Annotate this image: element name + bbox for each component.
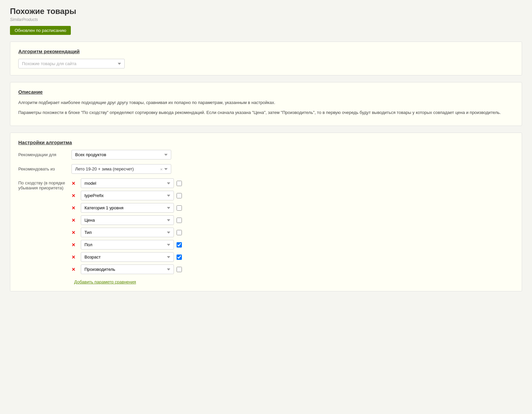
similarity-param-checkbox[interactable] [177, 242, 182, 248]
similarity-param-checkbox[interactable] [177, 218, 182, 223]
page-title: Похожие товары [10, 7, 522, 16]
recommendations-for-row: Рекомендации для Всех продуктов [18, 150, 514, 159]
description-section: Описание Алгоритм подбирает наиболее под… [10, 82, 522, 126]
settings-section: Настройки алгоритма Рекомендации для Все… [10, 133, 522, 291]
remove-param-icon[interactable]: ✕ [71, 242, 75, 248]
similarity-param-checkbox[interactable] [177, 267, 182, 272]
description-section-title: Описание [18, 89, 514, 95]
algorithm-select[interactable]: Похожие товары для сайта [18, 59, 125, 68]
similarity-row: ✕Пол [71, 240, 182, 250]
remove-param-icon[interactable]: ✕ [71, 267, 75, 272]
update-button[interactable]: Обновлен по расписанию [10, 26, 71, 35]
similarity-row: ✕typePrefix [71, 191, 182, 200]
similarity-param-select[interactable]: Тип [81, 228, 174, 237]
remove-param-icon[interactable]: ✕ [71, 218, 75, 223]
similarity-row: ✕Производитель [71, 264, 182, 274]
remove-param-icon[interactable]: ✕ [71, 230, 75, 235]
similarity-row: ✕Цена [71, 215, 182, 225]
recommend-from-select[interactable]: Лето 19-20 + зима (пересчет) [71, 164, 171, 174]
algorithm-section-title: Алгоритм рекомендаций [18, 49, 514, 54]
algorithm-section: Алгоритм рекомендаций Похожие товары для… [10, 42, 522, 75]
similarity-param-select[interactable]: typePrefix [81, 191, 174, 200]
similarity-row: ✕Категория 1 уровня [71, 203, 182, 213]
recommend-from-clear-icon[interactable]: × [160, 166, 163, 171]
similarity-block: По сходству (в порядке убывания приорите… [18, 178, 514, 274]
similarity-param-select[interactable]: Пол [81, 240, 174, 250]
remove-param-icon[interactable]: ✕ [71, 205, 75, 211]
similarity-rows: ✕model✕typePrefix✕Категория 1 уровня✕Цен… [71, 178, 182, 274]
similarity-param-select[interactable]: Возраст [81, 252, 174, 262]
remove-param-icon[interactable]: ✕ [71, 193, 75, 198]
remove-param-icon[interactable]: ✕ [71, 255, 75, 260]
similarity-row: ✕Возраст [71, 252, 182, 262]
remove-param-icon[interactable]: ✕ [71, 181, 75, 186]
similarity-param-select[interactable]: Производитель [81, 264, 174, 274]
add-param-link[interactable]: Добавить параметр сравнения [74, 279, 136, 284]
similarity-row: ✕model [71, 178, 182, 188]
similarity-param-select[interactable]: Цена [81, 215, 174, 225]
similarity-param-checkbox[interactable] [177, 193, 182, 198]
page-subtitle: SimilarProducts [10, 17, 522, 22]
similarity-param-select[interactable]: model [81, 178, 174, 188]
settings-section-title: Настройки алгоритма [18, 140, 514, 145]
description-text-2: Параметры похожести в блоке "По сходству… [18, 109, 514, 116]
recommend-from-label: Рекомендовать из [18, 166, 71, 171]
description-text-1: Алгоритм подбирает наиболее подходящие д… [18, 99, 514, 106]
similarity-row: ✕Тип [71, 228, 182, 237]
recommendations-for-select[interactable]: Всех продуктов [71, 150, 171, 159]
similarity-label: По сходству (в порядке убывания приорите… [18, 178, 71, 190]
similarity-param-checkbox[interactable] [177, 205, 182, 211]
similarity-param-checkbox[interactable] [177, 255, 182, 260]
similarity-param-checkbox[interactable] [177, 230, 182, 235]
similarity-param-select[interactable]: Категория 1 уровня [81, 203, 174, 213]
recommend-from-row: Рекомендовать из Лето 19-20 + зима (пере… [18, 164, 514, 174]
recommendations-for-label: Рекомендации для [18, 152, 71, 157]
similarity-param-checkbox[interactable] [177, 181, 182, 186]
